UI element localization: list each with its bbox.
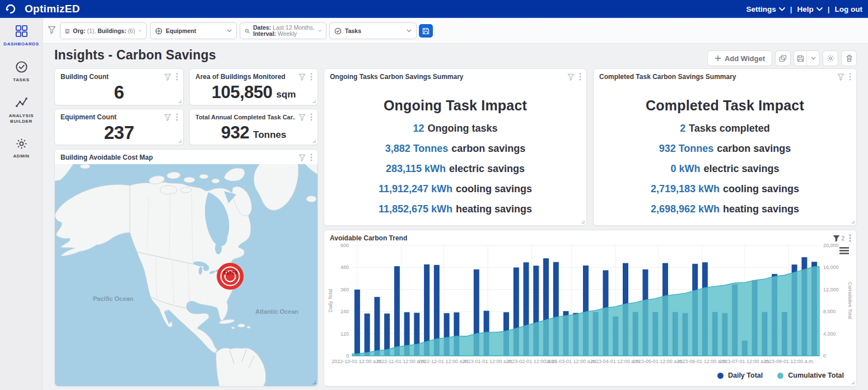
svg-text:2023-05-01 12:00 a.m.: 2023-05-01 12:00 a.m. [633, 359, 684, 364]
marker-value-label: $1770 [223, 270, 237, 276]
widget-equipment-count: Equipment Count 237 [54, 109, 184, 145]
summary-line: 2,719,183 kWhcooling savings [651, 183, 799, 195]
sidebar-item-dashboards[interactable]: DASHBOARDS [0, 24, 43, 47]
legend-cumulative-total[interactable]: Cumulative Total [777, 372, 844, 379]
trash-icon [846, 54, 853, 62]
filter-icon[interactable] [298, 154, 306, 161]
widget-ongoing-summary: Ongoing Tasks Carbon Savings Summary Ong… [324, 68, 587, 226]
chevron-down-icon [138, 29, 142, 32]
sidebar-item-admin[interactable]: ADMIN [0, 137, 43, 159]
widget-title: Building Count [60, 73, 109, 81]
widget-title: Ongoing Tasks Carbon Savings Summary [330, 73, 464, 81]
filter-icon[interactable] [298, 73, 306, 81]
tasks-check-icon [334, 27, 342, 35]
filter-icon[interactable] [298, 114, 306, 121]
svg-text:240: 240 [340, 309, 349, 314]
kebab-menu-icon[interactable] [176, 113, 178, 121]
kebab-menu-icon[interactable] [310, 113, 312, 121]
sidebar-item-tasks[interactable]: TASKS [0, 60, 43, 83]
copy-dashboard-button[interactable] [775, 50, 791, 66]
widget-title: Completed Task Carbon Savings Summary [599, 73, 736, 81]
filter-icon [48, 26, 56, 34]
logout-button[interactable]: Log out [835, 5, 862, 13]
filter-icon[interactable] [164, 73, 171, 81]
map-marker[interactable]: $1770 [217, 263, 244, 290]
map-canvas[interactable]: Pacific Ocean Atlantic Ocean $1770 [55, 164, 318, 386]
kebab-menu-icon[interactable] [310, 154, 312, 161]
dashboards-icon [15, 24, 29, 38]
plus-icon [715, 55, 721, 62]
legend-daily-total[interactable]: Daily Total [717, 372, 763, 379]
equipment-icon [155, 27, 162, 35]
widget-area-monitored: Area of Buildings Monitored 105,850sqm [189, 68, 318, 105]
stat-unit: sqm [276, 89, 296, 100]
kebab-menu-icon[interactable] [849, 73, 851, 81]
summary-heading: Completed Task Impact [646, 97, 804, 114]
widget-total-annual-carbon: Total Annual Completed Task Car... 932To… [189, 109, 318, 145]
stat-unit: Tonnes [253, 129, 286, 141]
add-widget-button[interactable]: Add Widget [707, 50, 772, 66]
svg-text:8,000: 8,000 [823, 309, 836, 314]
kebab-menu-icon[interactable] [310, 73, 312, 81]
filter-icon[interactable] [837, 73, 844, 81]
resize-handle[interactable] [312, 139, 316, 143]
sidebar-item-analysis-builder[interactable]: ANALYSIS BUILDER [0, 96, 43, 124]
resize-handle[interactable] [178, 139, 181, 143]
svg-text:600: 600 [340, 243, 349, 248]
tasks-icon [15, 60, 29, 74]
widget-building-count: Building Count 6 [54, 68, 184, 105]
resize-handle[interactable] [312, 99, 316, 103]
save-filter-button[interactable] [419, 24, 433, 38]
filter-dates-dropdown[interactable]: Dates: Last 12 Months,Interval: Weekly [240, 22, 326, 39]
svg-text:2023-07-01 12:00 a.m.: 2023-07-01 12:00 a.m. [719, 359, 770, 364]
app-title: OptimizED [25, 3, 80, 15]
settings-menu[interactable]: Settings [746, 5, 785, 13]
help-menu[interactable]: Help [797, 5, 822, 13]
summary-line: 3,882 Tonnescarbon savings [385, 143, 526, 155]
save-options-chevron[interactable] [806, 51, 819, 66]
summary-line: 2,698,962 kWhheating savings [651, 203, 799, 215]
summary-line: 11,912,247 kWhcooling savings [379, 183, 532, 195]
svg-text:0: 0 [346, 353, 349, 359]
separator: | [828, 5, 830, 13]
filter-equipment-dropdown[interactable]: Equipment [150, 22, 237, 39]
summary-line: 932 Tonnescarbon savings [659, 143, 791, 155]
resize-handle[interactable] [581, 220, 585, 224]
widget-cost-map: Building Avoidable Cost Map [54, 149, 318, 387]
copy-icon [779, 54, 787, 62]
carbon-trend-chart[interactable]: 001204,0002408,00036012,00048016,0006002… [324, 230, 856, 386]
svg-text:4,000: 4,000 [823, 331, 836, 337]
svg-text:480: 480 [340, 264, 349, 270]
resize-handle[interactable] [851, 220, 855, 224]
page-title: Insights - Carbon Savings [54, 48, 216, 63]
kebab-menu-icon[interactable] [579, 73, 581, 81]
summary-line: 0 kWhelectric savings [670, 163, 779, 175]
kebab-menu-icon[interactable] [176, 73, 178, 81]
dashboard-settings-button[interactable] [823, 50, 838, 66]
separator: | [790, 5, 792, 13]
atlantic-ocean-label: Atlantic Ocean [255, 308, 298, 315]
save-icon [422, 27, 430, 35]
svg-text:2022-12-01 12:00 a.m.: 2022-12-01 12:00 a.m. [418, 359, 469, 364]
svg-text:2023-01-01 12:00 a.m.: 2023-01-01 12:00 a.m. [462, 359, 513, 364]
admin-icon [15, 137, 28, 150]
filter-org-buildings-dropdown[interactable]: Org: (1), Buildings: (6) [60, 22, 147, 39]
save-icon[interactable] [794, 51, 806, 66]
resize-handle[interactable] [178, 99, 181, 103]
widget-title: Total Annual Completed Task Car... [195, 114, 295, 120]
resize-handle[interactable] [312, 380, 316, 384]
stat-value: 105,850 [212, 82, 273, 103]
filter-icon[interactable] [567, 73, 575, 81]
summary-line: 11,852,675 kWhheating savings [379, 203, 532, 215]
save-dashboard-button[interactable] [794, 50, 820, 66]
resize-handle[interactable] [851, 380, 855, 384]
svg-text:2023-03-01 12:00 a.m.: 2023-03-01 12:00 a.m. [546, 359, 597, 364]
filter-tasks-dropdown[interactable]: Tasks [329, 22, 417, 39]
summary-line: 12Ongoing tasks [413, 123, 498, 134]
widget-completed-summary: Completed Task Carbon Savings Summary Co… [593, 68, 857, 226]
delete-dashboard-button[interactable] [841, 50, 857, 66]
summary-line: 2Tasks completed [680, 123, 770, 134]
sidebar: DASHBOARDS TASKS ANALYSIS BUILDER ADMIN [0, 18, 43, 390]
widget-title: Building Avoidable Cost Map [60, 154, 153, 161]
filter-icon[interactable] [164, 114, 171, 121]
